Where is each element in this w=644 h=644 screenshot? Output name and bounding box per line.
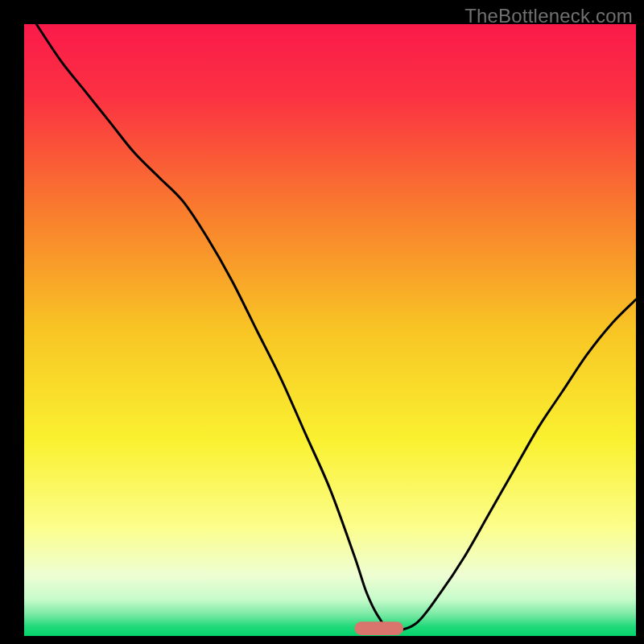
plot-background xyxy=(24,24,636,636)
optimal-marker xyxy=(354,621,403,635)
bottleneck-chart xyxy=(0,0,644,644)
chart-frame: TheBottleneck.com xyxy=(0,0,644,644)
watermark-text: TheBottleneck.com xyxy=(464,5,633,27)
